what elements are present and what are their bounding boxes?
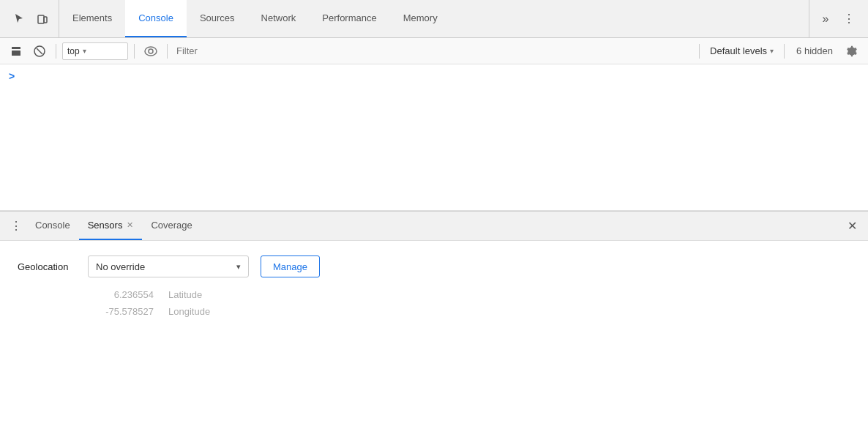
longitude-value: -75.578527 <box>88 306 154 317</box>
console-output-area: > <box>0 64 868 211</box>
context-selector[interactable]: top ▾ <box>62 42 128 60</box>
svg-rect-0 <box>38 15 44 23</box>
manage-button[interactable]: Manage <box>261 255 320 277</box>
bottom-tab-bar: ⋮ Console Sensors ✕ Coverage ✕ <box>0 212 868 241</box>
drawer-tabs: Console Sensors ✕ Coverage <box>26 212 842 240</box>
svg-rect-1 <box>44 17 47 23</box>
tab-network[interactable]: Network <box>248 0 310 37</box>
svg-point-6 <box>145 47 157 56</box>
latitude-value: 6.236554 <box>88 289 154 300</box>
geolocation-label: Geolocation <box>18 261 76 272</box>
svg-rect-2 <box>12 47 20 49</box>
tab-performance[interactable]: Performance <box>309 0 389 37</box>
more-tabs-button[interactable]: » <box>815 9 836 29</box>
hidden-messages-count: 6 hidden <box>790 45 839 56</box>
tab-elements[interactable]: Elements <box>59 0 125 37</box>
svg-point-7 <box>149 49 153 53</box>
toolbar-divider-4 <box>699 44 700 59</box>
bottom-drawer: ⋮ Console Sensors ✕ Coverage ✕ Geolocati… <box>0 211 868 337</box>
device-icon[interactable] <box>32 9 53 29</box>
show-drawer-button[interactable] <box>6 41 26 61</box>
tab-sources[interactable]: Sources <box>187 0 248 37</box>
coordinates-area: 6.236554 Latitude -75.578527 Longitude <box>88 289 850 317</box>
drawer-tab-sensors[interactable]: Sensors ✕ <box>79 212 143 240</box>
console-toolbar: top ▾ Default levels ▾ 6 hidden <box>0 38 868 64</box>
console-prompt[interactable]: > <box>9 70 859 82</box>
filter-input[interactable] <box>173 42 693 60</box>
longitude-row: -75.578527 Longitude <box>88 306 850 317</box>
longitude-label: Longitude <box>168 306 210 317</box>
log-levels-selector[interactable]: Default levels ▾ <box>706 42 778 60</box>
geolocation-row: Geolocation No override ▾ Manage <box>18 255 850 277</box>
levels-arrow-icon: ▾ <box>770 47 774 55</box>
drawer-tab-console[interactable]: Console <box>26 212 79 240</box>
tab-memory[interactable]: Memory <box>390 0 451 37</box>
devtools-menu-button[interactable]: ⋮ <box>839 9 859 29</box>
geolocation-select[interactable]: No override ▾ <box>88 255 249 277</box>
drawer-tab-coverage[interactable]: Coverage <box>142 212 201 240</box>
top-tabs: Elements Console Sources Network Perform… <box>59 0 809 37</box>
console-settings-button[interactable] <box>842 41 862 61</box>
toolbar-divider-1 <box>56 44 56 59</box>
drawer-more-button[interactable]: ⋮ <box>6 216 26 236</box>
sensors-panel: Geolocation No override ▾ Manage 6.23655… <box>0 241 868 337</box>
svg-rect-3 <box>12 51 20 56</box>
live-expressions-button[interactable] <box>141 41 161 61</box>
toolbar-divider-5 <box>784 44 785 59</box>
toolbar-divider-3 <box>167 44 168 59</box>
drawer-close-button[interactable]: ✕ <box>842 216 862 236</box>
tab-console[interactable]: Console <box>125 0 187 37</box>
top-bar-right: » ⋮ <box>809 0 865 37</box>
cursor-icon[interactable] <box>9 9 29 29</box>
svg-line-5 <box>37 48 42 54</box>
clear-console-button[interactable] <box>29 41 50 61</box>
geolocation-arrow-icon: ▾ <box>236 262 241 272</box>
context-arrow-icon: ▾ <box>83 47 86 55</box>
latitude-label: Latitude <box>168 289 202 300</box>
sensors-tab-close-button[interactable]: ✕ <box>127 221 133 229</box>
devtools-icons <box>3 0 59 37</box>
toolbar-divider-2 <box>134 44 135 59</box>
top-tab-bar: Elements Console Sources Network Perform… <box>0 0 868 38</box>
latitude-row: 6.236554 Latitude <box>88 289 850 300</box>
